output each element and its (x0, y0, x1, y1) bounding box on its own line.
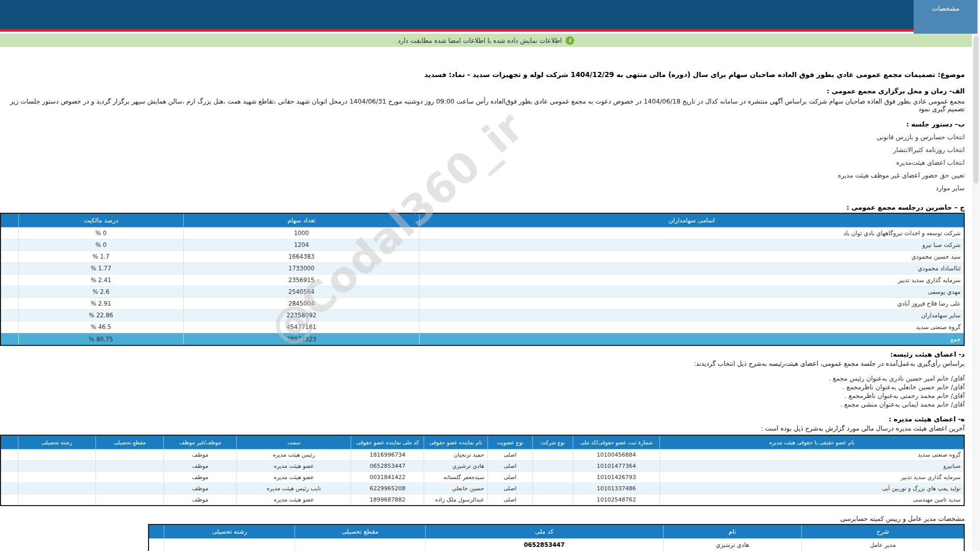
empty-cell (149, 539, 164, 551)
table-cell: هادي ترشیزي (663, 539, 801, 551)
table-cell: 1816996734 (351, 449, 424, 461)
column-header: شمارة ثبت عضو حقوقی/کد ملی (573, 435, 660, 449)
table-row: سرمایه گذاري سدید تدبیر2356915% 2.41 (1, 274, 964, 286)
scrollbar[interactable] (972, 0, 980, 551)
section-b-title: ب– دستور جلسه : (0, 120, 965, 128)
table-cell: % 1.77 (18, 263, 183, 274)
presiding-member-line: آقای/ خانم محمد ایمانی به‌عنوان منشی مجم… (0, 400, 965, 409)
table-cell: 10101426793 (573, 472, 660, 483)
table-row: صبانیرو10101477364اصلیهادي ترشیزي0652853… (1, 461, 964, 472)
empty-cell (1, 286, 18, 298)
empty-cell (1, 239, 18, 251)
section-e-intro: آخرین اعضای هیئت مدیره درسال مالی مورد گ… (0, 424, 965, 432)
empty-cell (95, 449, 164, 461)
table-cell: عضو هیئت مدیره (237, 494, 351, 506)
info-banner: i اطلاعات نمایش داده شده با اطلاعات امضا… (0, 34, 972, 47)
agenda-item: سایر موارد (0, 184, 965, 192)
empty-column-header (149, 524, 164, 539)
table-cell: جمع (420, 333, 964, 346)
ceo-table-caption: مشخصات مدیر عامل و رییس کمیته حسابرسی (0, 515, 965, 522)
table-cell: % 0 (18, 239, 183, 251)
table-cell: % 80.75 (18, 333, 183, 346)
ceo-table: شرحنامکد ملیمقطع تحصیلیرشته تحصیلیمدیر ع… (148, 524, 965, 551)
column-header: نام نماینده عضو حقوقی (424, 435, 488, 449)
table-cell: اصلی (487, 494, 532, 506)
empty-cell (1, 494, 18, 506)
subject-line: موضوع: تصمیمات مجمع عمومی عادي بطور فوق … (0, 70, 965, 79)
table-cell: حسین خانعلي (424, 483, 488, 494)
table-cell: ثنااساداد محمودي (420, 263, 964, 274)
column-header: سمت (237, 435, 351, 449)
agenda-list: انتخاب حسابرس و بازرس قانونیانتخاب روزنا… (0, 133, 965, 192)
agenda-item: انتخاب حسابرس و بازرس قانونی (0, 133, 965, 141)
agenda-item: تعیین حق حضور اعضای غیر موظف هیئت مدیره (0, 171, 965, 179)
table-cell: 10100456884 (573, 449, 660, 461)
empty-cell (1, 449, 18, 461)
column-header: موظف/غیر موظف (164, 435, 237, 449)
table-row: سرمایه گذاري سدید تدبیر10101426793اصلیسی… (1, 472, 964, 483)
table-row: سید حسین محمودي1664383% 1.7 (1, 251, 964, 263)
table-cell: 22358092 (183, 310, 419, 321)
table-cell: % 2.41 (18, 274, 183, 286)
section-e-title: ه- اعضای هیئت مدیره : (0, 415, 965, 423)
table-cell: 0652853447 (425, 539, 663, 551)
empty-cell (532, 483, 573, 494)
table-cell: % 1.7 (18, 251, 183, 263)
empty-cell (1, 274, 18, 286)
presiding-member-line: آقای/ خانم محمد رحمتی به‌عنوان ناظرمجمع … (0, 391, 965, 400)
table-cell: 10102548762 (573, 494, 660, 506)
column-header: کد ملی نماینده عضو حقوقی (351, 435, 424, 449)
presiding-member-line: آقای/ خانم حسین خانعلي به‌عنوان ناظرمجمع… (0, 383, 965, 391)
table-cell: عضو هیئت مدیره (237, 461, 351, 472)
table-cell: عضو هیئت مدیره (237, 472, 351, 483)
table-cell: نایب رئیس هیئت مدیره (237, 483, 351, 494)
scrollbar-thumb[interactable] (973, 36, 978, 184)
table-cell: % 22.86 (18, 310, 183, 321)
board-members-table: نام عضو حقیقی یا حقوقی هیئت مدیرهشمارة ث… (0, 435, 965, 506)
table-cell: سیدجعفر گلستانه (424, 472, 488, 483)
table-cell: 2540564 (183, 286, 419, 298)
table-cell: % 0 (18, 228, 183, 239)
section-c-title: ج – حاضرین درجلسه مجمع عمومی : (0, 204, 965, 211)
table-cell: صبانیرو (660, 461, 964, 472)
section-a-title: الف- زمان و محل برگزاری مجمع عمومی : (0, 87, 965, 95)
empty-cell (1, 263, 18, 274)
empty-cell (18, 472, 95, 483)
empty-cell (1, 251, 18, 263)
table-cell: گروه صنعتی سدید (420, 321, 964, 333)
table-cell: اصلی (487, 449, 532, 461)
table-cell: اصلی (487, 461, 532, 472)
empty-cell (18, 449, 95, 461)
column-header: کد ملی (425, 524, 663, 539)
empty-cell (532, 472, 573, 483)
table-cell: سرمایه گذاري سدید تدبیر (420, 274, 964, 286)
column-header: تعداد سهام (183, 213, 419, 228)
empty-cell (18, 494, 95, 506)
column-header: اسامی سهامداران (420, 213, 964, 228)
column-header: درصد مالکیت (18, 213, 183, 228)
column-header: نوع شرکت (532, 435, 573, 449)
table-cell: 1000 (183, 228, 419, 239)
table-cell: 6229965208 (351, 483, 424, 494)
table-cell: سایر سهامداران (420, 310, 964, 321)
table-row: شرکت توسعه و احداث نیروگاههاي بادي توان … (1, 228, 964, 239)
table-cell: سرمایه گذاري سدید تدبیر (660, 472, 964, 483)
table-cell: رئیس هیئت مدیره (237, 449, 351, 461)
column-header: نوع عضویت (487, 435, 532, 449)
empty-cell (295, 539, 425, 551)
table-cell: 10101477364 (573, 461, 660, 472)
empty-column-header (1, 213, 18, 228)
empty-cell (95, 472, 164, 483)
column-header: نام عضو حقیقی یا حقوقی هیئت مدیره (660, 435, 964, 449)
tab-specifications[interactable]: مشخصات (914, 0, 977, 34)
table-cell: شرکت صبا نیرو (420, 239, 964, 251)
table-cell: سدید تامین مهندسی (660, 494, 964, 506)
empty-cell (1, 321, 18, 333)
column-header: رشته تحصیلی (164, 524, 295, 539)
table-row: گروه صنعتی سدید10100456884اصلیحمید ترنجی… (1, 449, 964, 461)
empty-cell (164, 539, 295, 551)
table-row: سدید تامین مهندسی10102548762اصلیعبدالرسو… (1, 494, 964, 506)
table-cell: سید حسین محمودي (420, 251, 964, 263)
section-d-intro: براساس رأی‌گیری به‌عمل‌آمده در جلسة مجمع… (0, 360, 965, 367)
table-cell: شرکت توسعه و احداث نیروگاههاي بادي توان … (420, 228, 964, 239)
